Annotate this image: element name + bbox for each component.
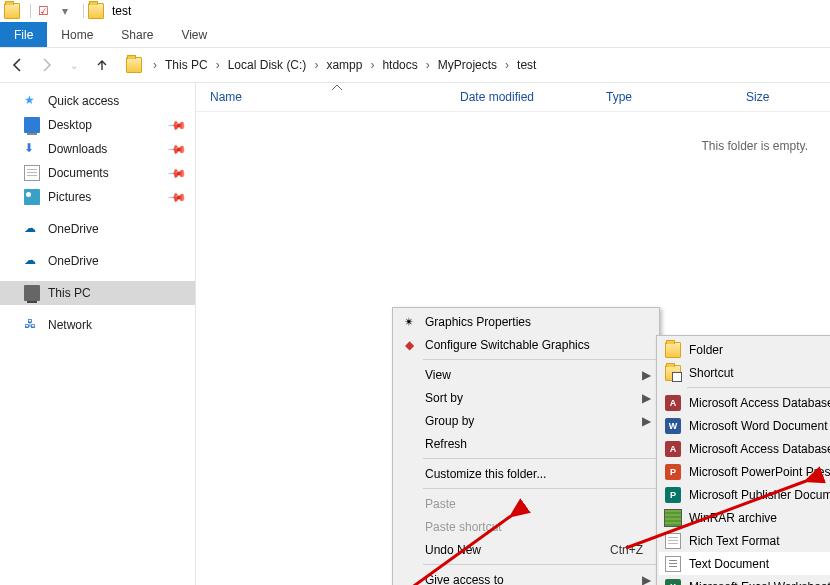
download-icon: ⬇ [24, 141, 40, 157]
menu-item[interactable]: Folder [659, 338, 830, 361]
pin-icon: 📌 [167, 163, 188, 184]
menu-separator [423, 564, 656, 565]
menu-item-label: Undo New [425, 543, 481, 557]
menu-item-label: Give access to [425, 573, 504, 586]
column-headers: Name Date modified Type Size [196, 83, 830, 112]
tab-share[interactable]: Share [107, 22, 167, 47]
sidebar-item-label: Network [48, 318, 92, 332]
body: ★ Quick access Desktop 📌 ⬇ Downloads 📌 D… [0, 82, 830, 585]
menu-item[interactable]: Give access to ▶ [395, 568, 657, 585]
menu-item[interactable]: Customize this folder... [395, 462, 657, 485]
document-icon [24, 165, 40, 181]
menu-item-label: Group by [425, 414, 474, 428]
chevron-right-icon[interactable]: › [211, 58, 225, 72]
column-size[interactable]: Size [746, 90, 826, 104]
cloud-icon: ☁ [24, 221, 40, 237]
sidebar-item[interactable]: ☁ OneDrive [0, 217, 195, 241]
menu-item-label: Shortcut [689, 366, 734, 380]
menu-item[interactable]: Shortcut [659, 361, 830, 384]
app-icon: X [665, 579, 681, 586]
breadcrumb-item[interactable]: This PC [162, 58, 211, 72]
sidebar-item[interactable]: ☁ OneDrive [0, 249, 195, 273]
context-menu: ✴Graphics Properties ◆Configure Switchab… [392, 307, 660, 585]
sidebar-item[interactable]: This PC [0, 281, 195, 305]
star-icon: ★ [24, 93, 40, 109]
column-date[interactable]: Date modified [460, 90, 606, 104]
nav-back-icon[interactable] [8, 55, 28, 75]
breadcrumb-item[interactable]: test [514, 58, 539, 72]
title-bar: ☑ ▾ test [0, 0, 830, 22]
breadcrumb-item[interactable]: htdocs [379, 58, 420, 72]
menu-item[interactable]: Group by ▶ [395, 409, 657, 432]
menu-item: Paste [395, 492, 657, 515]
menu-item-label: Folder [689, 343, 723, 357]
qat-item-icon[interactable]: ▾ [57, 3, 73, 19]
menu-item-label: Refresh [425, 437, 467, 451]
sidebar-item[interactable]: Desktop 📌 [0, 113, 195, 137]
tab-file[interactable]: File [0, 22, 47, 47]
breadcrumb-item[interactable]: xampp [323, 58, 365, 72]
sidebar-item[interactable]: Pictures 📌 [0, 185, 195, 209]
menu-item-label: Microsoft Access Database [689, 396, 830, 410]
menu-item-label: Microsoft Access Database [689, 442, 830, 456]
chevron-right-icon: ▶ [642, 414, 651, 428]
qat-item-icon[interactable]: ☑ [35, 3, 51, 19]
context-submenu-new: Folder Shortcut AMicrosoft Access Databa… [656, 335, 830, 585]
menu-item[interactable]: PMicrosoft PowerPoint Presentation [659, 460, 830, 483]
menu-item[interactable]: Undo New Ctrl+Z [395, 538, 657, 561]
menu-item-label: Customize this folder... [425, 467, 546, 481]
sidebar-item[interactable]: 🖧 Network [0, 313, 195, 337]
shortcut-label: Ctrl+Z [610, 543, 643, 557]
chevron-right-icon[interactable]: › [309, 58, 323, 72]
app-icon: P [665, 464, 681, 480]
chevron-right-icon[interactable]: › [148, 58, 162, 72]
menu-item[interactable]: View ▶ [395, 363, 657, 386]
file-list[interactable]: Name Date modified Type Size This folder… [196, 83, 830, 585]
sidebar-item[interactable]: ⬇ Downloads 📌 [0, 137, 195, 161]
nav-forward-icon [36, 55, 56, 75]
menu-item[interactable]: ◆Configure Switchable Graphics [395, 333, 657, 356]
menu-item[interactable]: PMicrosoft Publisher Document [659, 483, 830, 506]
tab-view[interactable]: View [167, 22, 221, 47]
menu-item[interactable]: Text Document [659, 552, 830, 575]
chevron-right-icon[interactable]: › [500, 58, 514, 72]
chevron-right-icon[interactable]: › [365, 58, 379, 72]
sidebar-item[interactable]: Documents 📌 [0, 161, 195, 185]
breadcrumb-item[interactable]: MyProjects [435, 58, 500, 72]
menu-item[interactable]: Rich Text Format [659, 529, 830, 552]
chevron-right-icon[interactable]: › [421, 58, 435, 72]
breadcrumb-item[interactable]: Local Disk (C:) [225, 58, 310, 72]
sort-indicator-icon [332, 85, 342, 91]
menu-item[interactable]: AMicrosoft Access Database [659, 437, 830, 460]
menu-item-label: Text Document [689, 557, 769, 571]
sidebar-item[interactable]: ★ Quick access [0, 89, 195, 113]
pin-icon: 📌 [167, 139, 188, 160]
column-name[interactable]: Name [210, 90, 460, 104]
nav-pane: ★ Quick access Desktop 📌 ⬇ Downloads 📌 D… [0, 83, 196, 585]
menu-item-label: Sort by [425, 391, 463, 405]
separator [83, 4, 84, 18]
menu-item[interactable]: Sort by ▶ [395, 386, 657, 409]
menu-item[interactable]: AMicrosoft Access Database [659, 391, 830, 414]
sidebar-item-label: Documents [48, 166, 109, 180]
folder-icon [88, 3, 104, 19]
column-type[interactable]: Type [606, 90, 746, 104]
sidebar-item-label: Quick access [48, 94, 119, 108]
breadcrumb[interactable]: › This PC › Local Disk (C:) › xampp › ht… [120, 53, 822, 77]
menu-item-label: WinRAR archive [689, 511, 777, 525]
tab-home[interactable]: Home [47, 22, 107, 47]
menu-item[interactable]: Refresh [395, 432, 657, 455]
nav-up-icon[interactable] [92, 55, 112, 75]
switch-graphics-icon: ◆ [401, 337, 417, 353]
menu-item-label: View [425, 368, 451, 382]
chevron-right-icon: ▶ [642, 368, 651, 382]
menu-item-label: Graphics Properties [425, 315, 531, 329]
nav-recent-icon[interactable]: ⌄ [64, 55, 84, 75]
menu-item[interactable]: XMicrosoft Excel Worksheet [659, 575, 830, 585]
menu-separator [423, 359, 656, 360]
menu-item[interactable]: WMicrosoft Word Document [659, 414, 830, 437]
menu-separator [687, 387, 830, 388]
menu-item[interactable]: WinRAR archive [659, 506, 830, 529]
menu-item[interactable]: ✴Graphics Properties [395, 310, 657, 333]
menu-item-label: Microsoft PowerPoint Presentation [689, 465, 830, 479]
